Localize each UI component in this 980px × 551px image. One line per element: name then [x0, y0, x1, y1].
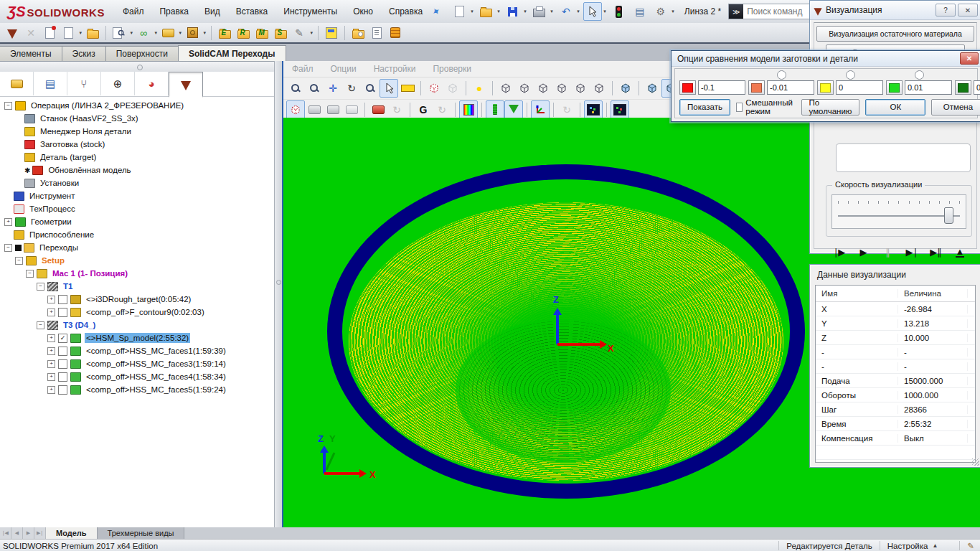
menu-item-настройки[interactable]: Настройки: [365, 64, 425, 74]
tree-item-label[interactable]: T3 (D4_): [62, 320, 97, 330]
menu-item-справка[interactable]: Справка: [381, 0, 430, 23]
tree-item-label[interactable]: ТехПроцесс: [28, 204, 77, 214]
sheet-nav-2[interactable]: ▶: [23, 527, 34, 539]
gcode-icon[interactable]: G: [414, 100, 433, 119]
tree-expand-icon[interactable]: +: [47, 373, 55, 381]
menu-item-вид[interactable]: Вид: [197, 0, 228, 23]
tree-item[interactable]: +<comp_off>HSS_MC_faces5(1:59:24): [0, 383, 265, 396]
menu-item-вставка[interactable]: Вставка: [228, 0, 276, 23]
command-tab-2[interactable]: Поверхности: [105, 46, 179, 61]
tree-item[interactable]: −Операция (ЛИНЗА 2_ФРЕЗЕРОВАНИЕ): [0, 99, 265, 112]
tree-item[interactable]: +Геометрии: [0, 215, 265, 228]
tree-expand-icon[interactable]: +: [47, 334, 55, 342]
tree-item-label[interactable]: <comp_off>HSS_MC_faces3(1:59:14): [85, 359, 227, 369]
tree-expand-icon[interactable]: +: [47, 309, 55, 316]
tolerance-input-0[interactable]: [698, 80, 745, 95]
color-swatch-button[interactable]: [886, 80, 903, 95]
menu-item-правка[interactable]: Правка: [151, 0, 197, 23]
menu-item-проверки[interactable]: Проверки: [424, 64, 480, 74]
property-manager-tab[interactable]: ▤: [34, 72, 67, 95]
tree-checkbox[interactable]: [58, 385, 67, 395]
dialog-titlebar[interactable]: Опции сравнения модели заготовки и детал…: [672, 51, 980, 67]
open-document-icon[interactable]: ▾: [477, 2, 496, 21]
tree-expand-icon[interactable]: +: [47, 360, 55, 368]
color-swatch-button[interactable]: [955, 80, 971, 95]
dimxpert-tab[interactable]: ⊕: [101, 72, 135, 95]
machine-housing-icon[interactable]: [611, 100, 629, 119]
sheet-nav-0[interactable]: ∣◀: [0, 527, 11, 539]
pan-icon[interactable]: ✛: [324, 79, 342, 98]
tree-item-label[interactable]: Инструмент: [28, 191, 76, 201]
solidcam-manager-tab[interactable]: [169, 72, 203, 98]
op-template-r-icon[interactable]: R: [234, 24, 253, 42]
tree-expand-icon[interactable]: +: [47, 347, 55, 355]
tree-expand-icon[interactable]: −: [4, 102, 12, 110]
view-back-icon[interactable]: [590, 79, 608, 98]
tree-item[interactable]: +<comp_off>HSS_MC_faces3(1:59:14): [0, 357, 265, 370]
show-button[interactable]: Показать: [679, 99, 730, 116]
tree-item-label[interactable]: T1: [62, 281, 74, 291]
checkbox-box[interactable]: [736, 103, 743, 112]
op-template-m-icon[interactable]: M: [253, 24, 271, 42]
next-operation-icon[interactable]: [324, 100, 342, 119]
tree-item[interactable]: +<comp_off>HSS_MC_faces1(1:59:39): [0, 344, 265, 357]
tree-item-label[interactable]: <>i3DRough_target(0:05:42): [85, 294, 192, 304]
tree-item[interactable]: −Setup: [0, 254, 265, 267]
tree-checkbox[interactable]: [58, 347, 67, 356]
zoom-target-icon[interactable]: [361, 79, 380, 98]
close-button[interactable]: ✕: [958, 4, 978, 17]
tree-item[interactable]: Деталь (target): [0, 151, 265, 164]
display-settings-icon[interactable]: ▤: [631, 2, 649, 21]
mixed-mode-checkbox[interactable]: Смешанный режим: [736, 98, 796, 116]
tree-item-label[interactable]: Переходы: [38, 242, 80, 253]
restart-icon[interactable]: ↻: [387, 100, 406, 119]
menu-item-опции[interactable]: Опции: [322, 64, 365, 74]
configuration-selector[interactable]: Настройка ▲: [887, 542, 938, 550]
pin-icon[interactable]: ✦: [430, 4, 443, 19]
tolerance-input-4[interactable]: [974, 80, 980, 95]
select-cursor-icon[interactable]: ▾: [583, 2, 602, 21]
status-tag-icon[interactable]: ✎: [967, 541, 974, 551]
tree-checkbox[interactable]: [58, 372, 67, 382]
display-shaded-icon[interactable]: [643, 79, 661, 98]
tree-item[interactable]: −Mac 1 (1- Позиция): [0, 267, 265, 280]
tree-item-label[interactable]: Setup: [40, 255, 66, 265]
show-target-icon[interactable]: [443, 79, 462, 98]
view-shaded-iso-icon[interactable]: [616, 79, 635, 98]
light-icon[interactable]: ●: [470, 79, 489, 98]
play-to-end-button[interactable]: ▶∥: [926, 244, 945, 260]
cancel-button[interactable]: Отмена: [931, 99, 980, 116]
tolerance-radio-2[interactable]: [846, 70, 855, 80]
measure-ruler-icon[interactable]: [398, 79, 417, 98]
prev-operation-icon[interactable]: [305, 100, 324, 119]
view-left-icon[interactable]: [571, 79, 590, 98]
recent-documents-icon[interactable]: [349, 24, 367, 42]
tree-item[interactable]: −T1: [0, 280, 265, 293]
step-end-button[interactable]: ▶∣: [903, 244, 921, 260]
document-properties-icon[interactable]: [367, 24, 386, 42]
new-document-icon[interactable]: ▾: [59, 24, 77, 42]
visualization-button-0[interactable]: Визуализация остаточного материала: [816, 26, 974, 42]
tree-item[interactable]: Станок (HaasVF2_SS_3x): [0, 112, 265, 125]
show-holder-icon[interactable]: [504, 100, 523, 119]
tree-item[interactable]: Приспособление: [0, 228, 265, 241]
tree-item[interactable]: −Переходы: [0, 241, 265, 254]
tree-expand-icon[interactable]: −: [37, 321, 44, 329]
tree-expand-icon[interactable]: −: [26, 270, 34, 278]
command-tab-1[interactable]: Эскиз: [62, 46, 106, 61]
sim-stock-icon[interactable]: [286, 100, 305, 119]
solidcam-tool-icon[interactable]: [3, 24, 22, 42]
command-tab-0[interactable]: Элементы: [0, 46, 62, 61]
tree-item-label[interactable]: <comp_off>HSS_MC_faces1(1:59:39): [85, 346, 227, 356]
zoom-in-icon[interactable]: [286, 79, 305, 98]
select-pointer-icon[interactable]: [380, 79, 398, 98]
calculator-icon[interactable]: [322, 24, 341, 42]
close-all-icon[interactable]: ✕: [22, 24, 40, 42]
sheet-tab-1[interactable]: Трехмерные виды: [98, 527, 185, 539]
color-scale-icon[interactable]: [459, 100, 478, 119]
tree-checkbox[interactable]: ✓: [58, 334, 67, 343]
tree-item[interactable]: −T3 (D4_): [0, 319, 265, 331]
show-tool-icon[interactable]: [486, 100, 504, 119]
play-from-start-button[interactable]: ∣▶: [830, 244, 849, 260]
speed-slider[interactable]: [831, 194, 966, 229]
